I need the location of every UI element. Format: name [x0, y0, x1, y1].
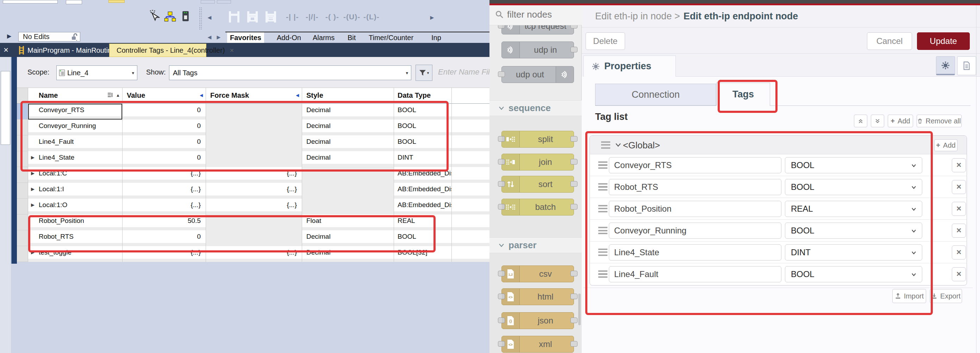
cell-name[interactable]: ▶Local:1:C: [28, 167, 123, 183]
cell-value[interactable]: 0: [123, 151, 206, 167]
expand-icon[interactable]: ▶: [31, 167, 35, 180]
tabs-scroll-left-icon[interactable]: ◄: [206, 34, 213, 41]
cell-value[interactable]: 0: [123, 135, 206, 151]
pending-edits-icon[interactable]: ▶: [7, 33, 11, 40]
drag-handle-icon[interactable]: [598, 183, 608, 191]
toolbar-drag-handle[interactable]: [199, 7, 202, 30]
filter-button[interactable]: ▾: [415, 65, 433, 81]
cell-data-type[interactable]: BOOL: [394, 104, 452, 120]
remove-tag-button[interactable]: ×: [952, 245, 966, 260]
cell-style[interactable]: [302, 183, 394, 199]
new-branch-icon[interactable]: [245, 10, 260, 24]
cell-style[interactable]: Decimal: [302, 120, 394, 135]
chevron-down-icon[interactable]: [615, 143, 621, 147]
palette-scrollbar-thumb[interactable]: [578, 294, 581, 325]
row-gutter[interactable]: [17, 167, 28, 183]
update-button[interactable]: Update: [917, 32, 970, 50]
table-row-local-1-c[interactable]: ▶Local:1:C {...} {...} AB:Embedded_Discr…: [17, 167, 490, 183]
cell-value[interactable]: {...}: [123, 199, 206, 214]
otl-coil-icon[interactable]: -(L)-: [363, 13, 380, 21]
remove-tag-button[interactable]: ×: [952, 267, 966, 281]
instruction-tab-bit[interactable]: Bit: [345, 32, 358, 43]
scroll-right-icon[interactable]: ►: [429, 14, 435, 21]
tag-type-select[interactable]: REAL: [785, 201, 922, 217]
table-row-conveyor-rts[interactable]: Conveyor_RTS 0 Decimal BOOL: [17, 104, 490, 120]
remove-tag-button[interactable]: ×: [952, 202, 966, 216]
row-gutter[interactable]: [17, 183, 28, 199]
table-row-test-toggle[interactable]: ▶test_toggle {...} {...} Decimal BOOL[32…: [17, 246, 490, 262]
cell-data-type[interactable]: BOOL[32]: [394, 246, 452, 262]
instruction-tab-alarms[interactable]: Alarms: [310, 32, 337, 43]
tag-type-select[interactable]: DINT: [785, 244, 922, 261]
drag-handle-icon[interactable]: [598, 205, 608, 212]
scroll-left-icon[interactable]: ◄: [206, 14, 213, 21]
cell-name[interactable]: Robot_RTS: [28, 230, 123, 246]
palette-section-parser[interactable]: parser: [490, 237, 582, 253]
cell-value[interactable]: {...}: [123, 183, 206, 199]
cell-data-type[interactable]: BOOL: [394, 230, 452, 246]
tag-name-input[interactable]: [609, 157, 781, 173]
drag-handle-icon[interactable]: [598, 249, 608, 256]
cell-value[interactable]: 0: [123, 230, 206, 246]
tab-mainprogram-mainroutine[interactable]: MainProgram - MainRoutine: [14, 44, 120, 57]
cell-name[interactable]: Robot_Position: [28, 214, 123, 230]
scope-select[interactable]: Line_4 ▾: [56, 65, 137, 80]
close-pane-icon[interactable]: ×: [3, 45, 8, 55]
palette-node-html[interactable]: <> html: [501, 288, 574, 305]
cell-data-type[interactable]: DINT: [394, 151, 452, 167]
cell-value[interactable]: {...}: [123, 167, 206, 183]
palette-scroll-area[interactable]: tcp request udp in udp out sequence: [490, 25, 582, 353]
tab-controller-tags[interactable]: Controller Tags - Line_4(controller) ×: [109, 44, 206, 57]
row-gutter[interactable]: [17, 151, 28, 167]
palette-node-tcp-request[interactable]: tcp request: [501, 25, 574, 35]
node-help-button[interactable]: [957, 56, 976, 75]
row-gutter[interactable]: [17, 246, 28, 262]
tag-type-select[interactable]: BOOL: [785, 223, 922, 239]
drag-handle-icon[interactable]: [598, 227, 608, 234]
cell-value[interactable]: {...}: [123, 246, 206, 262]
cell-force-mask[interactable]: [206, 135, 302, 151]
move-up-button[interactable]: [854, 115, 867, 127]
column-header-name[interactable]: Name ▲: [28, 88, 123, 104]
column-header-style[interactable]: Style: [302, 88, 394, 104]
cell-style[interactable]: Decimal: [302, 135, 394, 151]
collapse-column-icon[interactable]: ◄: [295, 88, 300, 103]
cell-data-type[interactable]: BOOL: [394, 120, 452, 135]
tabs-scroll-right-icon[interactable]: ►: [215, 34, 222, 41]
tab-properties[interactable]: Properties: [584, 55, 676, 77]
delete-button[interactable]: Delete: [585, 32, 625, 50]
cell-data-type[interactable]: AB:Embedded_Discre...: [394, 183, 452, 199]
tag-name-input[interactable]: [609, 266, 781, 282]
cell-force-mask[interactable]: [206, 214, 302, 230]
palette-search[interactable]: [490, 5, 582, 25]
instruction-tab-favorites[interactable]: Favorites: [227, 32, 264, 43]
unlock-icon[interactable]: [71, 33, 78, 41]
cell-value[interactable]: 0: [123, 104, 206, 120]
table-row-line4-state[interactable]: ▶Line4_State 0 Decimal DINT: [17, 151, 490, 167]
otu-coil-icon[interactable]: -(U)-: [343, 13, 360, 21]
instruction-tab-addon[interactable]: Add-On: [274, 32, 304, 43]
table-row-conveyor-running[interactable]: Conveyor_Running 0 Decimal BOOL: [17, 120, 490, 135]
palette-node-split[interactable]: split: [501, 131, 574, 148]
tag-type-select[interactable]: BOOL: [785, 157, 922, 173]
tab-tags[interactable]: Tags: [716, 82, 770, 106]
palette-node-join[interactable]: join: [501, 154, 574, 171]
palette-section-sequence[interactable]: sequence: [490, 100, 582, 116]
collapsed-panel-fragment[interactable]: [1, 71, 10, 145]
network-who-active-icon[interactable]: [164, 11, 176, 22]
pane-splitter[interactable]: [11, 57, 17, 264]
cancel-button[interactable]: Cancel: [867, 32, 912, 50]
drag-handle-icon[interactable]: [598, 161, 608, 169]
expand-icon[interactable]: ▶: [31, 183, 35, 195]
tag-name-input[interactable]: [609, 244, 781, 261]
xio-contact-icon[interactable]: -|/|-: [305, 13, 319, 21]
cell-name[interactable]: Line4_Fault: [28, 135, 123, 151]
cell-force-mask[interactable]: [206, 230, 302, 246]
cell-force-mask[interactable]: [206, 151, 302, 167]
palette-node-xml[interactable]: <> xml: [501, 336, 574, 353]
move-down-button[interactable]: [871, 115, 884, 127]
drag-handle-icon[interactable]: [601, 141, 610, 149]
row-gutter[interactable]: [17, 135, 28, 151]
cell-value[interactable]: 50.5: [123, 214, 206, 230]
expand-icon[interactable]: ▶: [31, 199, 35, 211]
